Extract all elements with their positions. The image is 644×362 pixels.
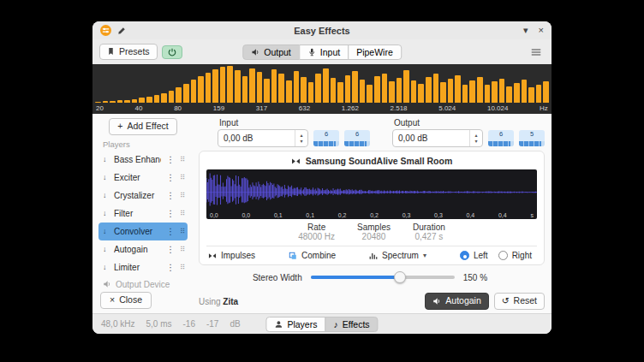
spectrum-bar: [360, 80, 366, 103]
reset-button[interactable]: ↺ Reset: [494, 293, 545, 310]
freq-label: 317: [256, 104, 267, 112]
spectrum-bar: [331, 78, 337, 103]
spectrum-bar: [469, 80, 475, 103]
autogain-button[interactable]: Autogain: [425, 293, 488, 310]
sidebar-effect-row[interactable]: ↓ Crystalizer ⋮ ⠿: [98, 187, 188, 205]
sidebar-effect-row[interactable]: ↓ Filter ⋮ ⠿: [98, 205, 188, 223]
effect-state-icon: ↓: [103, 173, 110, 181]
freq-label: 5.024: [438, 104, 456, 112]
impulses-label: Impulses: [221, 251, 255, 260]
spin-up-icon: ▴: [300, 133, 302, 139]
effect-state-icon: ↓: [103, 227, 110, 235]
sidebar-effect-row[interactable]: ↓ Limiter ⋮ ⠿: [98, 258, 188, 276]
close-label: Close: [119, 294, 142, 306]
combine-icon: [289, 252, 297, 260]
input-gain-stepper[interactable]: ▴ ▾: [295, 130, 307, 146]
effect-menu-icon[interactable]: ⋮: [164, 173, 176, 182]
waveform-time-labels: 0,00,00,10,10,20,20,30,30,40,4s: [210, 212, 534, 218]
output-gain-spinbox[interactable]: 0,00 dB ▴ ▾: [392, 129, 483, 147]
autogain-label: Autogain: [445, 295, 480, 307]
bypass-power-button[interactable]: [162, 45, 182, 59]
input-gain-group: Input 0,00 dB ▴ ▾ 6: [218, 118, 370, 147]
players-section-label: Players: [103, 139, 188, 149]
speaker-icon: [251, 48, 259, 56]
effect-drag-handle-icon[interactable]: ⠿: [180, 174, 185, 181]
spectrum-bar: [323, 68, 329, 103]
spectrum-bar: [264, 79, 270, 103]
tab-effects[interactable]: ♪ Effects: [325, 317, 378, 332]
spectrum-bar: [543, 81, 549, 103]
effect-drag-handle-icon[interactable]: ⠿: [180, 228, 185, 235]
input-gain-spinbox[interactable]: 0,00 dB ▴ ▾: [218, 129, 308, 147]
effect-label: Bass Enhancer: [114, 155, 161, 164]
input-level-meter-left: 6: [313, 130, 339, 146]
radio-left[interactable]: Left: [460, 251, 488, 260]
tab-players[interactable]: Players: [265, 317, 325, 332]
pencil-icon[interactable]: [117, 27, 126, 35]
sidebar-item-output-device[interactable]: Output Device: [98, 276, 188, 293]
tab-pipewire-label: PipeWire: [356, 47, 393, 57]
tab-input[interactable]: Input: [299, 45, 349, 60]
effect-label: Filter: [114, 209, 161, 218]
effect-menu-icon[interactable]: ⋮: [164, 209, 176, 218]
spin-down-icon: ▾: [474, 139, 477, 145]
effect-label: Crystalizer: [114, 191, 161, 200]
effect-drag-handle-icon[interactable]: ⠿: [180, 156, 185, 163]
effect-menu-icon[interactable]: ⋮: [164, 155, 176, 164]
spectrum-bar: [337, 82, 343, 103]
spectrum-bar: [382, 74, 388, 103]
spin-up-icon: ▴: [474, 133, 477, 139]
tab-output-label: Output: [264, 47, 291, 57]
stereo-width-value: 150 %: [463, 273, 487, 282]
sidebar-effect-row[interactable]: ↓ Convolver ⋮ ⠿: [98, 223, 188, 240]
spectrum-bar: [418, 84, 424, 103]
stereo-width-slider[interactable]: [311, 271, 455, 283]
effect-menu-icon[interactable]: ⋮: [164, 191, 176, 200]
effect-menu-icon[interactable]: ⋮: [164, 227, 176, 236]
spectrum-bar: [352, 71, 358, 103]
impulses-button[interactable]: Impulses: [208, 251, 255, 260]
combine-button[interactable]: Combine: [289, 251, 336, 260]
spectrum-button[interactable]: Spectrum ▾: [369, 251, 426, 260]
impulse-icon: [291, 157, 301, 166]
meter-value: 5: [530, 130, 534, 139]
tab-effects-label: Effects: [343, 319, 370, 329]
slider-knob[interactable]: [394, 271, 406, 283]
convolver-footer: Impulses Combine Spectrum: [206, 246, 537, 261]
sidebar-effect-row[interactable]: ↓ Autogain ⋮ ⠿: [98, 240, 188, 258]
app-logo-icon: [100, 25, 111, 36]
output-gain-stepper[interactable]: ▴ ▾: [469, 130, 482, 146]
channel-radio-group: Left Right: [460, 251, 532, 260]
sidebar-effect-row[interactable]: ↓ Exciter ⋮ ⠿: [98, 169, 188, 187]
sidebar-effect-row[interactable]: ↓ Bass Enhancer ⋮ ⠿: [98, 151, 188, 169]
effect-drag-handle-icon[interactable]: ⠿: [180, 246, 185, 253]
engine-name: Zita: [223, 297, 238, 306]
time-label: 0,1: [306, 212, 314, 218]
spectrum-bar: [271, 69, 277, 103]
stereo-width-row: Stereo Width 150 %: [195, 271, 545, 283]
time-label: 0,3: [434, 212, 443, 218]
samples-label: Samples: [357, 223, 391, 232]
tab-output[interactable]: Output: [242, 45, 300, 60]
tab-pipewire[interactable]: PipeWire: [348, 45, 402, 60]
close-button[interactable]: × Close: [100, 292, 152, 309]
effect-drag-handle-icon[interactable]: ⠿: [180, 264, 185, 271]
effect-drag-handle-icon[interactable]: ⠿: [180, 192, 185, 199]
effect-menu-icon[interactable]: ⋮: [164, 245, 176, 254]
radio-left-label: Left: [474, 251, 488, 260]
spectrum-bar: [161, 93, 167, 103]
menu-button[interactable]: [528, 46, 545, 58]
effect-drag-handle-icon[interactable]: ⠿: [180, 210, 185, 217]
microphone-icon: [307, 48, 316, 56]
radio-right[interactable]: Right: [498, 251, 532, 260]
presets-button[interactable]: Presets: [99, 44, 158, 61]
spectrum-bar: [411, 80, 417, 103]
close-window-icon[interactable]: ×: [539, 26, 544, 35]
spectrum-bar: [374, 76, 380, 103]
spectrum-bar: [367, 85, 373, 104]
minimize-icon[interactable]: ▾: [523, 26, 528, 35]
effect-menu-icon[interactable]: ⋮: [164, 263, 176, 272]
presets-label: Presets: [119, 46, 150, 58]
add-effect-button[interactable]: + Add Effect: [109, 118, 176, 135]
spectrum-bar: [176, 87, 182, 103]
